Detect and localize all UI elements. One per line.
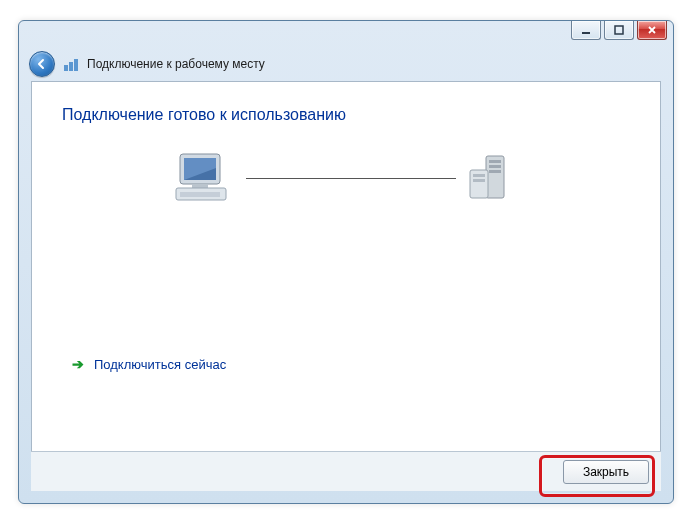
- close-icon: [647, 25, 657, 35]
- svg-rect-13: [489, 165, 501, 168]
- status-headline: Подключение готово к использованию: [62, 106, 630, 124]
- minimize-icon: [581, 25, 591, 35]
- arrow-right-icon: ➔: [72, 356, 84, 372]
- svg-rect-12: [489, 160, 501, 163]
- svg-rect-10: [180, 192, 220, 197]
- client-pc-icon: [172, 150, 238, 206]
- server-icon: [464, 150, 520, 206]
- close-window-button[interactable]: [637, 21, 667, 40]
- svg-rect-8: [192, 184, 208, 188]
- svg-rect-2: [64, 65, 68, 71]
- svg-rect-14: [489, 170, 501, 173]
- minimize-button[interactable]: [571, 21, 601, 40]
- close-button[interactable]: Закрыть: [563, 460, 649, 484]
- connection-diagram: [62, 150, 630, 206]
- wizard-content: Подключение готово к использованию: [31, 81, 661, 453]
- maximize-button[interactable]: [604, 21, 634, 40]
- network-wizard-icon: [63, 56, 79, 72]
- svg-rect-3: [69, 62, 73, 71]
- svg-rect-1: [615, 26, 623, 34]
- svg-rect-4: [74, 59, 78, 71]
- maximize-icon: [614, 25, 624, 35]
- svg-rect-16: [473, 174, 485, 177]
- connection-line: [246, 178, 456, 179]
- back-arrow-icon: [36, 58, 48, 70]
- wizard-title: Подключение к рабочему месту: [87, 57, 265, 71]
- connect-now-label: Подключиться сейчас: [94, 357, 226, 372]
- wizard-window: Подключение к рабочему месту Подключение…: [18, 20, 674, 504]
- connect-now-link[interactable]: ➔ Подключиться сейчас: [72, 356, 226, 372]
- svg-rect-17: [473, 179, 485, 182]
- window-caption-buttons: [571, 21, 667, 40]
- wizard-footer: Закрыть: [31, 451, 661, 491]
- svg-rect-0: [582, 32, 590, 34]
- back-button[interactable]: [29, 51, 55, 77]
